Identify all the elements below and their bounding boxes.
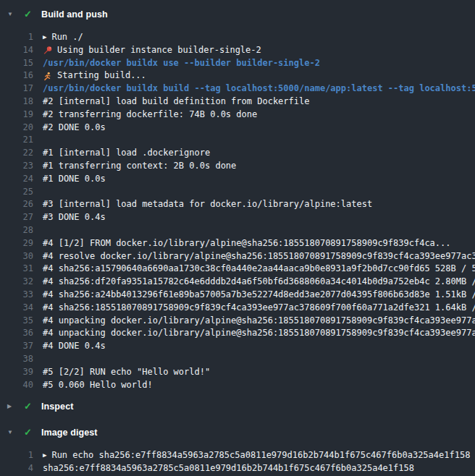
line-number[interactable]: 38 [9, 353, 33, 366]
log-line: 17 /usr/bin/docker buildx build --tag lo… [0, 82, 475, 95]
line-text: #1 DONE 0.0s [43, 173, 106, 186]
line-text: #4 sha256:a24bb4013296f61e89ba57005a7b3e… [43, 289, 475, 302]
line-number[interactable]: 15 [9, 57, 33, 70]
line-number[interactable]: 20 [9, 122, 33, 135]
line-text: #1 [internal] load .dockerignore [43, 147, 210, 160]
line-text-content: #4 resolve docker.io/library/alpine@sha2… [43, 250, 475, 263]
log-line: 18 #2 [internal] load build definition f… [0, 95, 475, 109]
check-success-icon: ✓ [24, 399, 41, 415]
line-text-content: #3 [internal] load metadata for docker.i… [43, 198, 372, 211]
log-line: 19 #2 transferring dockerfile: 74B 0.0s … [0, 109, 475, 122]
line-number[interactable]: 39 [9, 366, 33, 379]
line-number[interactable]: 14 [9, 44, 33, 57]
line-text-content: Starting build... [57, 69, 146, 82]
line-number[interactable]: 27 [9, 211, 33, 224]
line-number[interactable]: 24 [9, 173, 33, 186]
line-number[interactable]: 1 [9, 31, 33, 44]
line-number[interactable]: 29 [9, 237, 33, 250]
log-line: 25 [0, 186, 475, 199]
log-line: 1 ▶Run ./ [0, 31, 475, 44]
line-text: #5 [2/2] RUN echo "Hello world!" [43, 366, 210, 379]
log-line: 28 [0, 224, 475, 237]
line-number[interactable]: 31 [9, 263, 33, 276]
section-body: 1 ▶Run echo sha256:e7ff8834a5963a2785c5a… [0, 449, 475, 475]
line-text: #5 0.060 Hello world! [43, 379, 153, 392]
line-number[interactable]: 17 [9, 82, 33, 95]
section-title: Image digest [41, 428, 98, 438]
log-line: 32 #4 sha256:df20fa9351a15782c64e6dddb2d… [0, 276, 475, 289]
log-line: 20 #2 DONE 0.0s [0, 122, 475, 135]
line-text: #4 resolve docker.io/library/alpine@sha2… [43, 250, 475, 263]
line-number[interactable]: 23 [9, 160, 33, 173]
line-text-content: #4 [1/2] FROM docker.io/library/alpine@s… [43, 237, 451, 250]
line-number[interactable]: 36 [9, 327, 33, 340]
log-line: 21 [0, 134, 475, 147]
log-line: 39 #5 [2/2] RUN echo "Hello world!" [0, 366, 475, 379]
line-text: sha256:e7ff8834a5963a2785c5a0811e979d16b… [43, 462, 414, 475]
line-number[interactable]: 19 [9, 109, 33, 122]
line-text: #4 sha256:a15790640a6690aa1730c38cf0a440… [43, 263, 475, 276]
line-text-content: #4 DONE 0.4s [43, 340, 106, 353]
line-text: /usr/bin/docker buildx build --tag local… [43, 82, 475, 95]
line-number[interactable]: 35 [9, 315, 33, 328]
log-line: 1 ▶Run echo sha256:e7ff8834a5963a2785c5a… [0, 449, 475, 462]
line-number[interactable]: 33 [9, 289, 33, 302]
run-toggle-icon[interactable]: ▶ [43, 449, 46, 462]
log-line: 27 #3 DONE 0.4s [0, 211, 475, 224]
line-text-content: #4 sha256:a15790640a6690aa1730c38cf0a440… [43, 263, 475, 276]
line-text: ▶Run ./ [43, 31, 83, 44]
chevron-icon[interactable]: ▼ [7, 7, 24, 22]
log-section-image-digest: ▼ ✓ Image digest 1 ▶Run echo sha256:e7ff… [0, 425, 475, 475]
log-line: 4 sha256:e7ff8834a5963a2785c5a0811e979d1… [0, 462, 475, 475]
line-number[interactable]: 30 [9, 250, 33, 263]
section-header[interactable]: ▼ ✓ Image digest [0, 425, 475, 441]
line-number[interactable]: 1 [9, 449, 33, 462]
line-text-content: #5 [2/2] RUN echo "Hello world!" [43, 366, 210, 379]
section-title: Inspect [41, 401, 73, 412]
line-text-content: #2 [internal] load build definition from… [43, 95, 309, 109]
log-line: 38 [0, 353, 475, 366]
line-number[interactable]: 28 [9, 224, 33, 237]
line-text-content: #1 transferring context: 2B 0.0s done [43, 160, 236, 173]
line-number[interactable]: 26 [9, 198, 33, 211]
line-number[interactable]: 22 [9, 147, 33, 160]
section-title: Build and push [41, 9, 108, 20]
log-line: 30 #4 resolve docker.io/library/alpine@s… [0, 250, 475, 263]
line-text-content: #4 unpacking docker.io/library/alpine@sh… [43, 327, 475, 340]
line-number[interactable]: 25 [9, 186, 33, 199]
chevron-icon[interactable]: ▶ [7, 399, 24, 415]
line-number[interactable]: 18 [9, 95, 33, 109]
line-text-content: #4 sha256:185518070891758909c9f839cf4ca3… [43, 302, 475, 315]
line-text: #4 sha256:185518070891758909c9f839cf4ca3… [43, 302, 475, 315]
run-toggle-icon[interactable]: ▶ [43, 31, 46, 44]
workflow-log: ▼ ✓ Build and push 1 ▶Run ./ 14 Using bu… [0, 0, 475, 475]
line-number[interactable]: 32 [9, 276, 33, 289]
check-success-icon: ✓ [24, 425, 41, 441]
line-text-content: #1 [internal] load .dockerignore [43, 147, 210, 160]
line-number[interactable]: 16 [9, 69, 33, 82]
section-body: 1 ▶Run ./ 14 Using builder instance buil… [0, 31, 475, 391]
log-line: 35 #4 unpacking docker.io/library/alpine… [0, 315, 475, 328]
line-text: Starting build... [43, 69, 146, 82]
line-number[interactable]: 4 [9, 462, 33, 475]
line-text-content: /usr/bin/docker buildx build --tag local… [43, 82, 475, 95]
line-number[interactable]: 21 [9, 134, 33, 147]
line-text: #4 DONE 0.4s [43, 340, 106, 353]
log-line: 37 #4 DONE 0.4s [0, 340, 475, 353]
chevron-icon[interactable]: ▼ [7, 425, 24, 441]
section-header[interactable]: ▼ ✓ Build and push [0, 7, 475, 22]
line-text-content: #2 DONE 0.0s [43, 122, 106, 135]
line-text: #1 transferring context: 2B 0.0s done [43, 160, 236, 173]
log-line: 16 Starting build... [0, 69, 475, 82]
pushpin-emoji-icon [43, 46, 53, 55]
line-number[interactable]: 37 [9, 340, 33, 353]
line-number[interactable]: 40 [9, 379, 33, 392]
log-line: 26 #3 [internal] load metadata for docke… [0, 198, 475, 211]
line-text-content: #3 DONE 0.4s [43, 211, 106, 224]
log-line: 23 #1 transferring context: 2B 0.0s done [0, 160, 475, 173]
section-header[interactable]: ▶ ✓ Inspect [0, 399, 475, 415]
line-number[interactable]: 34 [9, 302, 33, 315]
log-line: 40 #5 0.060 Hello world! [0, 379, 475, 392]
line-text-content: #4 unpacking docker.io/library/alpine@sh… [43, 315, 475, 328]
log-line: 22 #1 [internal] load .dockerignore [0, 147, 475, 160]
